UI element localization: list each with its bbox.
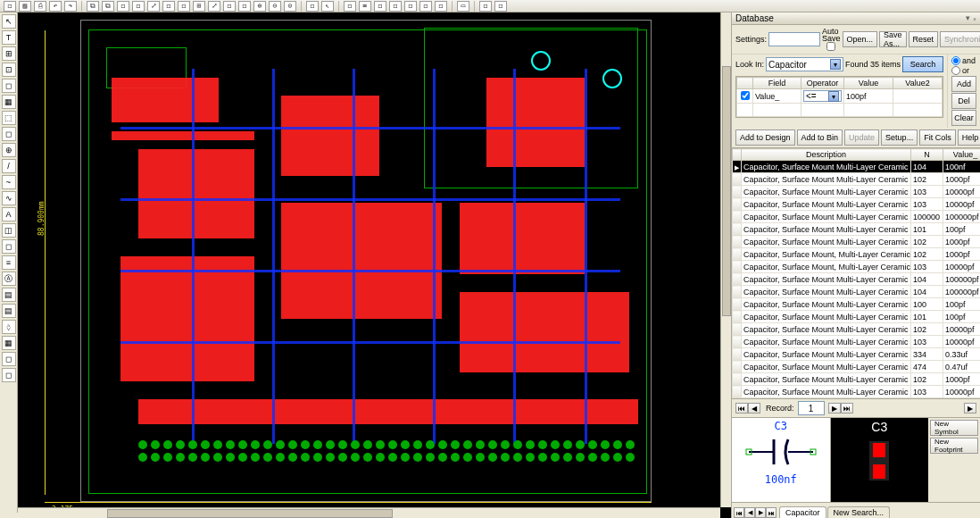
tab-scroll-right[interactable]: ▶ <box>755 507 766 518</box>
reset-button[interactable]: Reset <box>909 31 939 47</box>
autosave-check[interactable]: Auto Save <box>822 28 841 51</box>
toolbar-button[interactable]: ◻ <box>389 1 402 12</box>
results-grid[interactable]: Description N Value_ TOL V Capacitor, Su… <box>732 147 980 399</box>
toolbar-button[interactable]: ◻ <box>117 1 129 12</box>
toolbar-button[interactable]: ◻ <box>306 1 319 12</box>
toolbar-button[interactable]: ⧉ <box>102 1 114 12</box>
table-row[interactable]: Capacitor, Surface Mount Multi-Layer Cer… <box>733 298 981 311</box>
toolbar-button[interactable]: ◻ <box>479 1 492 12</box>
setup-button[interactable]: Setup... <box>881 130 918 146</box>
tool-button[interactable]: / <box>2 159 16 173</box>
tool-button[interactable]: ◻ <box>2 368 16 382</box>
tab-scroll-right2[interactable]: ⏭ <box>766 507 777 518</box>
tab-scroll-left[interactable]: ◀ <box>744 507 755 518</box>
tab-capacitor[interactable]: Capacitor <box>779 506 826 518</box>
tool-button[interactable]: ~ <box>2 175 16 189</box>
toolbar-button[interactable]: ◻ <box>494 1 507 12</box>
or-radio[interactable]: or <box>951 66 976 75</box>
table-row[interactable]: Capacitor, Surface Mount Multi-Layer Cer… <box>733 186 981 198</box>
tool-button[interactable]: ◫ <box>2 223 16 238</box>
pcb-canvas[interactable]: 88.900mm 3.175mm <box>18 13 732 518</box>
toolbar-button[interactable]: ↷ <box>64 1 77 12</box>
table-row[interactable]: Capacitor, Surface Mount Multi-Layer Cer… <box>733 161 981 173</box>
nav-right[interactable]: ▶ <box>964 403 976 414</box>
toolbar-button[interactable]: ◻ <box>238 1 251 12</box>
table-row[interactable]: Capacitor, Surface Mount Multi-Layer Cer… <box>733 198 981 211</box>
toolbar-button[interactable]: ⎙ <box>34 1 46 12</box>
nav-last[interactable]: ⏭ <box>841 403 853 414</box>
toolbar-button[interactable]: ▨ <box>19 1 31 12</box>
update-button[interactable]: Update <box>844 130 879 146</box>
tool-button[interactable]: ◻ <box>2 79 16 93</box>
new-footprint-button[interactable]: New Footprint <box>930 438 978 454</box>
tool-button[interactable]: ⊡ <box>2 63 16 77</box>
toolbar-button[interactable]: ⤢ <box>147 1 160 12</box>
tool-button[interactable]: ◻ <box>2 239 16 254</box>
add-crit-button[interactable]: Add <box>951 76 976 92</box>
tool-button[interactable]: Ⓐ <box>2 272 16 286</box>
table-row[interactable]: Capacitor, Surface Mount Multi-Layer Cer… <box>733 361 981 373</box>
add-to-design-button[interactable]: Add to Design <box>735 130 795 146</box>
table-row[interactable]: Capacitor, Surface Mount Multi-Layer Cer… <box>733 211 981 223</box>
toolbar-button[interactable]: ◻ <box>419 1 432 12</box>
tool-button[interactable]: ▤ <box>2 288 16 302</box>
tool-button[interactable]: ▦ <box>2 95 16 109</box>
table-row[interactable]: Capacitor, Surface Mount, Multi-Layer Ce… <box>733 248 981 261</box>
nav-next[interactable]: ▶ <box>828 403 841 414</box>
table-row[interactable]: Capacitor, Surface Mount, Multi-Layer Ce… <box>733 261 981 273</box>
toolbar-button[interactable]: ⊙ <box>284 1 296 12</box>
toolbar-button[interactable]: ◻ <box>223 1 236 12</box>
table-row[interactable]: Capacitor, Surface Mount Multi-Layer Cer… <box>733 236 981 248</box>
toolbar-button[interactable]: ◻ <box>132 1 145 12</box>
toolbar-button[interactable]: ◻ <box>4 1 16 12</box>
table-row[interactable]: Capacitor, Surface Mount Multi-Layer Cer… <box>733 286 981 298</box>
table-row[interactable]: Capacitor, Surface Mount Multi-Layer Cer… <box>733 348 981 361</box>
tool-button[interactable]: T <box>2 30 16 45</box>
tool-button[interactable]: A <box>2 207 16 221</box>
toolbar-button[interactable]: ⊖ <box>269 1 281 12</box>
clear-crit-button[interactable]: Clear <box>951 110 976 126</box>
vscrollbar[interactable] <box>720 13 731 507</box>
help-button[interactable]: Help <box>958 130 980 146</box>
criteria-grid[interactable]: Field Operator Value Value2 Value_ <=▾ 1… <box>735 76 943 118</box>
toolbar-button[interactable]: ⊕ <box>253 1 266 12</box>
toolbar-button[interactable]: ▭ <box>457 1 469 12</box>
table-row[interactable]: Capacitor, Surface Mount Multi-Layer Cer… <box>733 223 981 236</box>
toolbar-button[interactable]: ⧉ <box>87 1 99 12</box>
toolbar-button[interactable]: ↖ <box>321 1 334 12</box>
open-button[interactable]: Open... <box>843 31 878 47</box>
toolbar-button[interactable]: ◻ <box>435 1 447 12</box>
pin-icon[interactable]: ▾ ₓ <box>966 13 976 23</box>
table-row[interactable]: Capacitor, Surface Mount Multi-Layer Cer… <box>733 373 981 386</box>
new-symbol-button[interactable]: New Symbol <box>930 420 978 436</box>
tool-button[interactable]: ∿ <box>2 191 16 205</box>
tool-button[interactable]: ◻ <box>2 352 16 366</box>
toolbar-button[interactable]: ≡ <box>359 1 371 12</box>
saveas-button[interactable]: Save As... <box>879 31 907 47</box>
table-row[interactable]: Capacitor, Surface Mount Multi-Layer Cer… <box>733 336 981 348</box>
criteria-check[interactable] <box>741 91 750 100</box>
toolbar-button[interactable]: ◻ <box>178 1 190 12</box>
tool-button[interactable]: ↖ <box>2 14 16 29</box>
table-row[interactable]: Capacitor, Surface Mount Multi-Layer Cer… <box>733 173 981 186</box>
tab-new-search[interactable]: New Search... <box>827 506 891 518</box>
toolbar-button[interactable]: ↶ <box>49 1 62 12</box>
sync-button[interactable]: Synchronise <box>940 31 980 47</box>
tool-button[interactable]: ⎀ <box>2 320 16 334</box>
table-row[interactable]: Capacitor, Surface Mount Multi-Layer Cer… <box>733 386 981 398</box>
settings-input[interactable] <box>768 32 820 46</box>
toolbar-button[interactable]: ⤢ <box>208 1 220 12</box>
add-to-bin-button[interactable]: Add to Bin <box>797 130 843 146</box>
table-row[interactable]: Capacitor, Surface Mount Multi-Layer Cer… <box>733 323 981 336</box>
nav-prev[interactable]: ◀ <box>748 403 760 414</box>
table-row[interactable]: Capacitor, Surface Mount Multi-Layer Cer… <box>733 398 981 400</box>
fitcols-button[interactable]: Fit Cols <box>919 130 956 146</box>
search-button[interactable]: Search <box>902 56 943 72</box>
tool-button[interactable]: ◻ <box>2 127 16 141</box>
tool-button[interactable]: ≡ <box>2 255 16 270</box>
and-radio[interactable]: and <box>951 56 976 65</box>
table-row[interactable]: Capacitor, Surface Mount Multi-Layer Cer… <box>733 311 981 323</box>
table-row[interactable]: Capacitor, Surface Mount Multi-Layer Cer… <box>733 273 981 286</box>
tab-scroll-left2[interactable]: ⏮ <box>734 507 744 518</box>
toolbar-button[interactable]: ⊞ <box>193 1 205 12</box>
